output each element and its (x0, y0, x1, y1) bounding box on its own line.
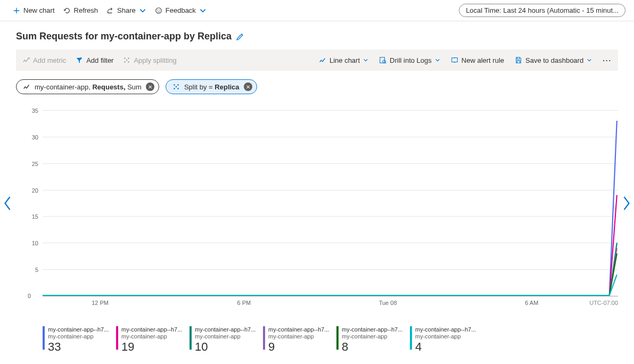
svg-point-2 (159, 9, 160, 10)
split-prefix: Split by = (184, 83, 215, 91)
y-tick: 10 (32, 240, 38, 246)
metric-pill-icon (23, 83, 30, 90)
drill-into-logs-button[interactable]: Drill into Logs (379, 56, 440, 64)
add-metric-icon (22, 56, 30, 64)
filter-icon (76, 56, 83, 64)
svg-point-1 (157, 9, 158, 10)
pencil-icon[interactable] (236, 32, 244, 41)
timezone-label: UTC-07:00 (589, 300, 618, 306)
y-tick: 20 (32, 187, 38, 194)
legend-color-swatch (116, 326, 118, 350)
legend-series-name: my-container-app--h7... (121, 326, 182, 333)
more-button[interactable]: ··· (603, 56, 612, 64)
time-range-selector[interactable]: Local Time: Last 24 hours (Automatic - 1… (459, 4, 625, 17)
svg-point-3 (125, 57, 126, 59)
svg-point-12 (177, 84, 179, 86)
svg-point-15 (176, 86, 177, 88)
add-filter-button[interactable]: Add filter (76, 56, 113, 64)
remove-split-pill-button[interactable]: ✕ (244, 82, 252, 91)
legend-series-sub: my-container-app (121, 333, 182, 340)
svg-point-14 (177, 88, 179, 89)
svg-point-0 (156, 7, 162, 13)
svg-point-4 (128, 57, 130, 59)
legend-color-swatch (410, 326, 412, 350)
split-pill[interactable]: Split by = Replica ✕ (166, 79, 257, 94)
legend-series-value: 33 (48, 340, 109, 354)
metric-pill-resource: my-container-app, (35, 83, 92, 91)
alert-icon (451, 56, 458, 64)
top-toolbar: New chart Refresh Share Feedback Local T… (0, 0, 634, 21)
share-button[interactable]: Share (106, 6, 146, 14)
chart-title: Sum Requests for my-container-app by Rep… (16, 31, 232, 42)
share-icon (106, 7, 114, 14)
chart-plot-area[interactable]: 35 30 25 20 15 10 5 0 12 PM 6 PM Tue 08 … (43, 110, 618, 296)
legend-item[interactable]: my-container-app--h7... my-container-app… (116, 326, 190, 354)
svg-point-5 (125, 61, 126, 63)
svg-rect-10 (452, 58, 458, 62)
refresh-label: Refresh (74, 6, 98, 14)
metric-toolbar: Add metric Add filter Apply splitting Li… (16, 49, 618, 71)
legend-series-value: 4 (415, 340, 476, 354)
refresh-icon (63, 7, 71, 14)
legend-color-swatch (263, 326, 265, 350)
chevron-down-icon (199, 7, 207, 14)
add-metric-label: Add metric (33, 56, 66, 64)
logs-icon (379, 56, 386, 64)
split-value: Replica (215, 83, 239, 91)
query-pills-row: my-container-app, Requests, Sum ✕ Split … (0, 71, 634, 100)
next-chart-button[interactable] (621, 195, 632, 211)
apply-splitting-label: Apply splitting (134, 56, 176, 64)
legend-row: my-container-app--h7... my-container-app… (0, 323, 634, 354)
chart-title-row: Sum Requests for my-container-app by Rep… (0, 21, 634, 49)
splitting-icon (123, 56, 130, 64)
chart-type-selector[interactable]: Line chart (319, 56, 368, 64)
save-dashboard-label: Save to dashboard (525, 56, 583, 64)
legend-series-name: my-container-app--h7... (268, 326, 329, 333)
legend-item[interactable]: my-container-app--h7... my-container-app… (410, 326, 483, 354)
svg-point-7 (126, 60, 128, 61)
legend-item[interactable]: my-container-app--h7... my-container-app… (336, 326, 410, 354)
save-to-dashboard-button[interactable]: Save to dashboard (515, 56, 592, 64)
legend-item[interactable]: my-container-app--h7... my-container-app… (43, 326, 116, 354)
save-icon (515, 56, 522, 64)
chart-container: 35 30 25 20 15 10 5 0 12 PM 6 PM Tue 08 … (16, 110, 618, 323)
metric-pill[interactable]: my-container-app, Requests, Sum ✕ (16, 79, 159, 94)
remove-metric-pill-button[interactable]: ✕ (146, 82, 154, 91)
add-filter-label: Add filter (86, 56, 113, 64)
legend-series-sub: my-container-app (268, 333, 329, 340)
legend-item[interactable]: my-container-app--h7... my-container-app… (263, 326, 336, 354)
refresh-button[interactable]: Refresh (63, 6, 98, 14)
legend-series-value: 8 (342, 340, 402, 354)
legend-color-swatch (336, 326, 339, 350)
chevron-down-icon (363, 57, 368, 63)
legend-series-value: 9 (268, 340, 329, 354)
apply-splitting-button[interactable]: Apply splitting (123, 56, 176, 64)
legend-series-value: 19 (121, 340, 182, 354)
chart-type-label: Line chart (330, 56, 360, 64)
new-alert-label: New alert rule (462, 56, 504, 64)
svg-point-13 (174, 88, 175, 89)
metric-pill-agg: Sum (127, 83, 142, 91)
legend-item[interactable]: my-container-app--h7... my-container-app… (190, 326, 263, 354)
prev-chart-button[interactable] (2, 195, 13, 211)
metric-pill-metric: Requests, (92, 83, 127, 91)
y-tick: 15 (32, 213, 38, 220)
new-chart-button[interactable]: New chart (13, 6, 55, 14)
legend-series-name: my-container-app--h7... (48, 326, 109, 333)
y-tick: 25 (32, 161, 38, 167)
drill-logs-label: Drill into Logs (390, 56, 432, 64)
x-tick: Tue 08 (379, 300, 397, 306)
x-tick: 12 PM (92, 300, 109, 306)
legend-color-swatch (190, 326, 192, 350)
svg-point-6 (128, 61, 130, 63)
legend-series-name: my-container-app--h7... (342, 326, 402, 333)
smiley-icon (155, 7, 162, 14)
y-tick: 5 (35, 267, 38, 273)
share-label: Share (117, 6, 136, 14)
y-tick: 30 (32, 134, 38, 140)
new-alert-rule-button[interactable]: New alert rule (451, 56, 504, 64)
feedback-button[interactable]: Feedback (155, 6, 207, 14)
y-tick: 0 (28, 293, 31, 299)
add-metric-button[interactable]: Add metric (22, 56, 66, 64)
legend-series-value: 10 (195, 340, 256, 354)
